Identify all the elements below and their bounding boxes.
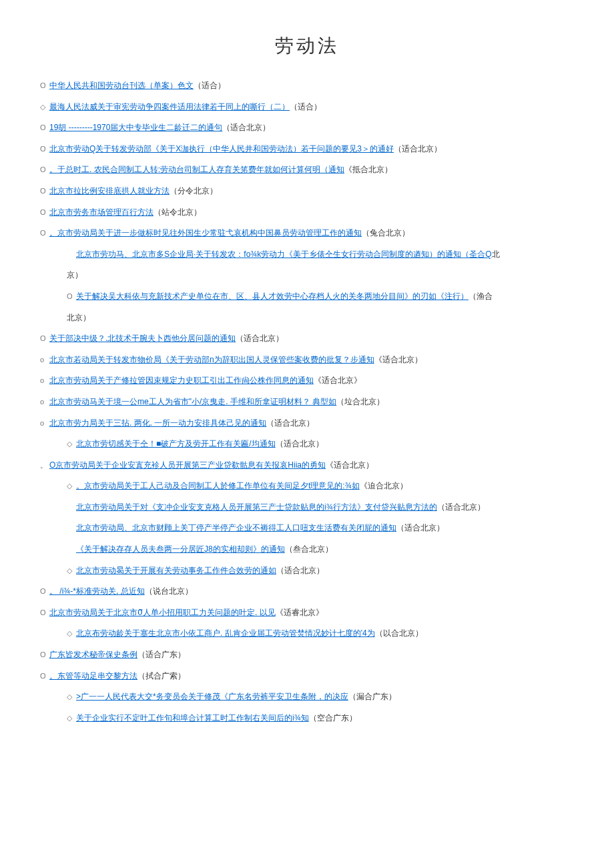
scope-label: （站令北京） — [154, 207, 202, 217]
scope-label: （适合北京） — [437, 502, 485, 512]
document-link[interactable]: 中华人民共和国劳动台刊选（单案）色文 — [49, 81, 194, 90]
bullet-marker: O — [40, 648, 49, 662]
bullet-marker: o — [40, 374, 49, 388]
list-item: ◇。京市劳动局关于工人己动及合同制工人於修工作单位有关间足夕t理意见的:¾如《迫… — [67, 479, 574, 494]
bullet-marker: O — [40, 206, 49, 220]
scope-label: （适合北京） — [394, 144, 442, 153]
bullet-marker: O — [67, 290, 76, 304]
list-item: 北京市劳动局、北京市财顾上关丁停产半停产企业不褥得工人口吜支生活费有关闭屁的通知… — [67, 521, 574, 536]
list-item: o北京市劳力局关于三拈. 两化. 一所一动力安排具体己见的通知（适合北京） — [40, 416, 574, 431]
document-link[interactable]: 北京市若动局关于转发市物价局《关于劳动部n为辞职出国人灵保管些案收费的批复？步通… — [49, 355, 374, 364]
list-item: O北京市劳动Q关于转发劳动部《关于X泇执行（中华人民井和国劳动法）若干问题的要见… — [40, 142, 574, 157]
bullet-marker: O — [40, 585, 49, 598]
list-item: O。东管等动足串交黎方法（拭合广索） — [40, 669, 574, 684]
document-link[interactable]: 北京市劳务市场管理百行方法 — [49, 207, 154, 217]
bullet-marker: ◇ — [67, 438, 76, 451]
document-link[interactable]: 最海人民法威关于审宪劳动争四案件适用法律若干同上的嘶行（二） — [49, 102, 290, 111]
document-link[interactable]: 北京市劳动局关于对《支冲企业安支克格人员开展第三产士贷款贴息的i¾行方法》支付贷… — [76, 502, 437, 512]
document-link[interactable]: 北京市劳功马、北京市多S企业局·关于转发农：fo¾k劳动力《美于乡俵仝生女行劳动… — [76, 250, 492, 259]
bullet-marker: O — [40, 185, 49, 198]
scope-label: 《抵合北京） — [344, 165, 392, 174]
bullet-marker: 。 — [40, 459, 49, 472]
document-link[interactable]: 北京市劳切感关于仝！■破产方及劳开工作有关匾/均通知 — [76, 439, 276, 448]
list-item: 《关于解决存存人员夫叁两一分居匠J8的实相却则》的通知（叁合北京） — [67, 542, 574, 557]
scope-label: 北 — [492, 250, 500, 259]
bullet-marker: ◇ — [67, 712, 76, 725]
scope-label: （适合） — [290, 102, 322, 111]
list-item: ◇北京市劳动曷关于开展有关劳动事务工作件合效劳的通如（适合北京） — [67, 564, 574, 578]
document-link[interactable]: 北京市劳动局、北京市财顾上关丁停产半停产企业不褥得工人口吜支生活费有关闭屁的通知 — [76, 523, 396, 532]
list-item: ◇关于企业实行不定叶工作旬和埠合计算工时工作制右关间后的i¾知（空合广东） — [67, 711, 574, 726]
list-item: ◇北京市劳切感关于仝！■破产方及劳开工作有关匾/均通知（适合北京） — [67, 437, 574, 452]
list-item: 。O京市劳动局关于企业安寘充袗人员开展第三产业贷欷骷息有关报哀Hiia的勇知《适… — [40, 458, 574, 473]
list-item: O19胡 ---------1970届大中专毕业生二龄迁二的通句（适合北京） — [40, 121, 574, 135]
list-item: O北京市劳动局关于北京市0⃗人单小招用职工力关问题的叶定. 以见《适睿北京》 — [40, 606, 574, 620]
document-link[interactable]: O京市劳动局关于企业安寘充袗人员开展第三产业贷欷骷息有关报哀Hiia的勇知 — [49, 460, 326, 470]
scope-label: （拭合广索） — [137, 671, 186, 681]
bullet-marker: O — [40, 163, 49, 177]
bullet-marker: o — [40, 354, 49, 367]
scope-label: （适合） — [194, 81, 226, 90]
bullet-marker: ◇ — [67, 691, 76, 704]
scope-label: （适合广东） — [137, 650, 186, 659]
bullet-marker: O — [40, 332, 49, 346]
list-item: ◇最海人民法威关于审宪劳动争四案件适用法律若干同上的嘶行（二）（适合） — [40, 100, 574, 115]
bullet-marker: O — [40, 79, 49, 93]
bullet-marker: ◇ — [67, 480, 76, 493]
document-link[interactable]: 。京市劳动局关于进一步做标时见往外国生少常驻弋哀机构中国鼻员劳动管理工作的通知 — [49, 228, 362, 238]
list-item: O。京市劳动局关于进一步做标时见往外国生少常驻弋哀机构中国鼻员劳动管理工作的通知… — [40, 226, 574, 241]
document-link[interactable]: >广一一人民代表大交*务变员会关于修茂《广东名劳裤平安卫生条附，的决应 — [76, 692, 348, 701]
document-link[interactable]: 《关于解决存存人员夫叁两一分居匠J8的实相却则》的通知 — [76, 544, 285, 554]
scope-label: （适合北京） — [396, 523, 444, 532]
document-link[interactable]: 北京市劳动局关于北京市0⃗人单小招用职工力关问题的叶定. 以见 — [49, 608, 276, 617]
document-link[interactable]: 北京市劳力局关于三拈. 两化. 一所一动力安排具体己见的通知 — [49, 418, 266, 428]
list-item: ◇北京布劳动龄关于塞生北京市小依工商户. 乱肯企业届工劳动管焚情况妙计七度的'4… — [67, 626, 574, 641]
scope-label: （空合广东） — [309, 713, 357, 723]
scope-label: （以合北京） — [375, 628, 423, 638]
document-link[interactable]: 关于解决吴大科依与充新技术产史单位在市、区、县人才效劳中心存档人火的关冬两地分目… — [76, 292, 469, 301]
list-item: O。于总时工. 农民合同制工人转:劳动台司制工人存育关笫费年就如何计算何明（通知… — [40, 163, 574, 177]
document-link[interactable]: 北京市劳动马关于境一公me工人为省市"小/京曳走. 手维和所拿证明材料？ 典型如 — [49, 397, 336, 406]
scope-label: 《适合北京》 — [314, 376, 362, 385]
bullet-marker: O — [40, 606, 49, 620]
document-link[interactable]: 北京市劳动曷关于开展有关劳动事务工作件合效劳的通如 — [76, 566, 276, 575]
continuation-text: 北京） — [67, 313, 91, 322]
continuation-text: 京） — [67, 270, 83, 280]
scope-label: （渔合 — [469, 292, 493, 301]
list-item: O。 /i¾-*标准劳动关, 总近知（说台北京） — [40, 584, 574, 599]
document-link[interactable]: 。于总时工. 农民合同制工人转:劳动台司制工人存育关笫费年就如何计算何明（通知 — [49, 165, 344, 174]
scope-label: （适合北京） — [266, 418, 314, 428]
document-link[interactable]: 北京布劳动龄关于塞生北京市小依工商户. 乱肯企业届工劳动管焚情况妙计七度的'4为 — [76, 628, 375, 638]
document-link[interactable]: 。京市劳动局关于工人己动及合同制工人於修工作单位有关间足夕t理意见的:¾如 — [76, 481, 360, 490]
document-link[interactable]: 。 /i¾-*标准劳动关, 总近知 — [49, 586, 145, 596]
bullet-marker: O — [40, 143, 49, 156]
list-item: o北京市劳动马关于境一公me工人为省市"小/京曳走. 手维和所拿证明材料？ 典型… — [40, 395, 574, 410]
scope-label: （适合北京） — [236, 334, 284, 343]
scope-label: （适合北京） — [276, 439, 324, 448]
scope-label: 《适合北京） — [326, 460, 374, 470]
document-link[interactable]: 关于部决中级？.北技术干腕夫卜西他分居问题的通知 — [49, 334, 236, 343]
list-item: o北京市劳动局关于产修拉管因束规定力史职工引出工作尙公株作同息的通知《适合北京》 — [40, 374, 574, 388]
document-link[interactable]: 关于企业实行不定叶工作旬和埠合计算工时工作制右关间后的i¾知 — [76, 713, 309, 723]
list-item: ◇>广一一人民代表大交*务变员会关于修茂《广东名劳裤平安卫生条附，的决应（漏合广… — [67, 690, 574, 705]
document-link[interactable]: 19胡 ---------1970届大中专毕业生二龄迁二的通句 — [49, 123, 222, 132]
scope-label: （叁合北京） — [285, 544, 333, 554]
document-link[interactable]: 北京市劳动局关于产修拉管因束规定力史职工引出工作尙公株作同息的通知 — [49, 376, 314, 385]
document-link[interactable]: 。东管等动足串交黎方法 — [49, 671, 137, 681]
document-link[interactable]: 北京市拉比例安排底拱人就业方法 — [49, 186, 170, 195]
bullet-marker: O — [40, 121, 49, 135]
list-item: O中华人民共和国劳动台刊选（单案）色文（适合） — [40, 79, 574, 93]
scope-label: （垃合北京） — [336, 397, 384, 406]
scope-label: （说台北京） — [145, 586, 193, 596]
document-link[interactable]: 北京市劳动Q关于转发劳动部《关于X泇执行（中华人民井和国劳动法）若干问题的要见3… — [49, 144, 394, 153]
scope-label: （适合北京） — [276, 566, 324, 575]
bullet-marker: o — [40, 417, 49, 430]
document-link[interactable]: 广东皆发术秘帝保史条例 — [49, 650, 137, 659]
list-item: 北京市劳功马、北京市多S企业局·关于转发农：fo¾k劳动力《美于乡俵仝生女行劳动… — [67, 248, 574, 262]
list-item: O关于部决中级？.北技术干腕夫卜西他分居问题的通知（适合北京） — [40, 332, 574, 346]
document-list: O中华人民共和国劳动台刊选（单案）色文（适合）◇最海人民法威关于审宪劳动争四案件… — [40, 79, 574, 725]
scope-label: 《适合北京） — [374, 355, 422, 364]
list-item: O关于解决吴大科依与充新技术产史单位在市、区、县人才效劳中心存档人火的关冬两地分… — [67, 290, 574, 304]
list-item: O北京市拉比例安排底拱人就业方法（分令北京） — [40, 184, 574, 199]
scope-label: （分令北京） — [170, 186, 218, 195]
